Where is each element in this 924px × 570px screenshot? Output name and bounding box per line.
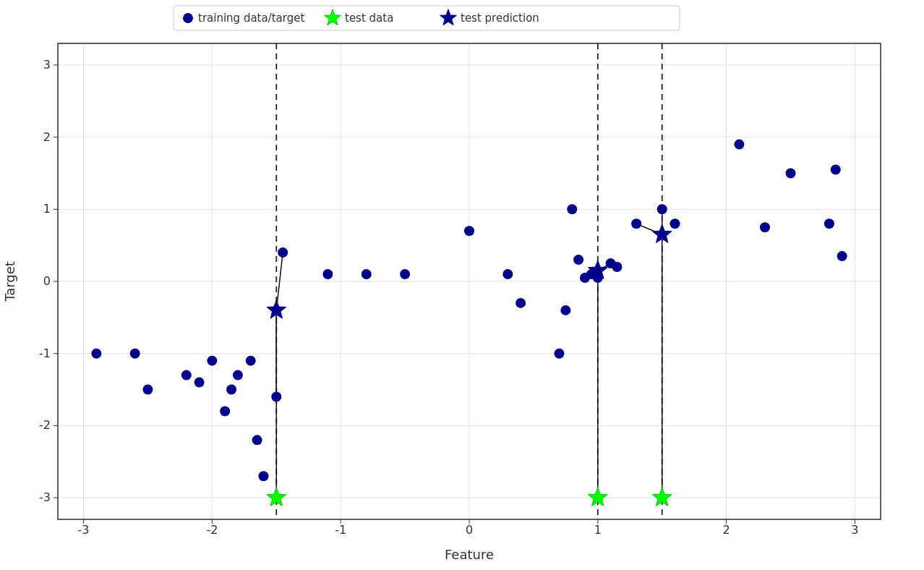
svg-text:0: 0 bbox=[43, 274, 51, 288]
svg-point-65 bbox=[220, 406, 230, 416]
svg-point-77 bbox=[502, 269, 513, 279]
svg-text:test prediction: test prediction bbox=[461, 12, 539, 25]
svg-point-82 bbox=[573, 255, 583, 265]
svg-point-98 bbox=[183, 13, 193, 23]
svg-point-61 bbox=[142, 385, 153, 395]
svg-text:0: 0 bbox=[466, 523, 473, 537]
svg-point-74 bbox=[362, 269, 372, 279]
svg-text:1: 1 bbox=[594, 523, 602, 537]
svg-point-79 bbox=[554, 349, 564, 359]
svg-point-69 bbox=[252, 435, 262, 445]
svg-text:2: 2 bbox=[723, 523, 730, 537]
svg-point-68 bbox=[246, 356, 256, 366]
svg-point-93 bbox=[786, 168, 796, 178]
svg-text:2: 2 bbox=[43, 130, 51, 144]
svg-point-88 bbox=[631, 218, 641, 229]
svg-text:3: 3 bbox=[43, 58, 51, 72]
svg-text:-2: -2 bbox=[206, 523, 218, 537]
chart-svg: -3-2-10123-3-2-10123FeatureTargettrainin… bbox=[0, 0, 924, 570]
svg-point-64 bbox=[207, 356, 217, 366]
svg-point-96 bbox=[837, 251, 847, 261]
svg-text:Feature: Feature bbox=[445, 547, 494, 562]
svg-text:-3: -3 bbox=[78, 523, 90, 537]
svg-point-71 bbox=[271, 392, 281, 402]
svg-point-81 bbox=[567, 204, 577, 214]
svg-text:Target: Target bbox=[2, 261, 17, 302]
svg-point-95 bbox=[831, 164, 841, 174]
svg-point-80 bbox=[560, 305, 570, 315]
svg-text:1: 1 bbox=[43, 202, 51, 216]
svg-text:-3: -3 bbox=[39, 490, 51, 504]
svg-point-60 bbox=[130, 349, 140, 359]
svg-point-90 bbox=[670, 218, 680, 229]
svg-point-72 bbox=[278, 247, 288, 258]
svg-point-91 bbox=[734, 140, 744, 150]
svg-text:-1: -1 bbox=[39, 346, 51, 360]
svg-point-63 bbox=[194, 378, 205, 388]
svg-text:training data/target: training data/target bbox=[198, 12, 304, 25]
svg-point-94 bbox=[824, 218, 834, 229]
chart-container: -3-2-10123-3-2-10123FeatureTargettrainin… bbox=[0, 0, 924, 570]
svg-point-89 bbox=[657, 204, 667, 214]
svg-point-66 bbox=[226, 385, 236, 395]
svg-point-78 bbox=[516, 298, 526, 308]
svg-point-67 bbox=[233, 370, 243, 380]
svg-point-70 bbox=[259, 471, 269, 481]
svg-point-75 bbox=[400, 269, 410, 279]
svg-text:3: 3 bbox=[851, 523, 858, 537]
svg-text:test data: test data bbox=[345, 12, 393, 25]
svg-point-76 bbox=[464, 226, 474, 236]
svg-text:-2: -2 bbox=[39, 418, 51, 432]
svg-point-73 bbox=[322, 269, 333, 279]
svg-point-62 bbox=[181, 370, 192, 380]
svg-point-87 bbox=[612, 262, 622, 272]
svg-point-92 bbox=[760, 222, 770, 232]
svg-text:-1: -1 bbox=[335, 523, 346, 537]
svg-point-59 bbox=[91, 349, 101, 359]
